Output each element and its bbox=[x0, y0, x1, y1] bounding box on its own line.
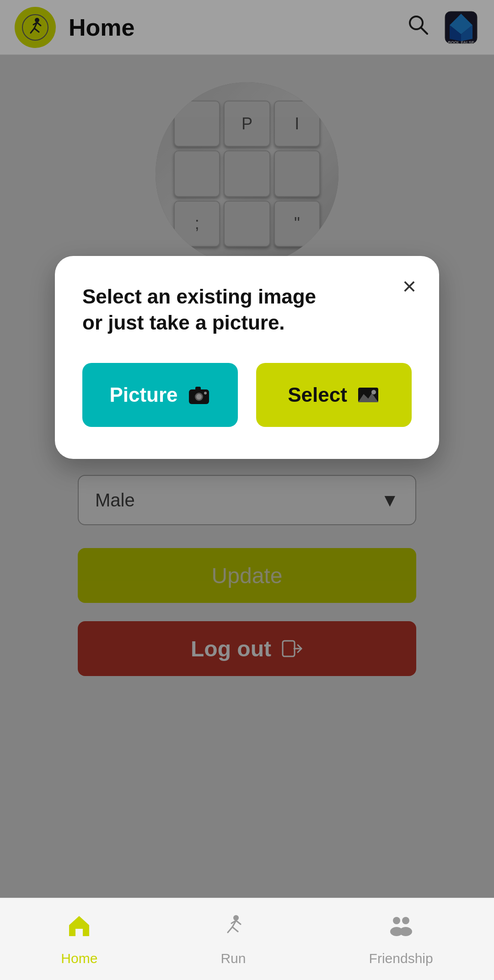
svg-line-29 bbox=[236, 921, 241, 924]
svg-line-27 bbox=[228, 927, 232, 932]
picture-button[interactable]: Picture bbox=[82, 363, 238, 427]
bottom-navigation: Home Run Friendship bbox=[0, 898, 494, 980]
nav-label-home: Home bbox=[61, 951, 97, 966]
friendship-icon bbox=[387, 912, 415, 946]
svg-rect-19 bbox=[195, 387, 201, 390]
svg-point-18 bbox=[196, 394, 202, 399]
nav-item-home[interactable]: Home bbox=[61, 912, 97, 966]
svg-point-34 bbox=[399, 927, 412, 936]
home-icon bbox=[65, 912, 93, 946]
modal-title: Select an existing image or just take a … bbox=[82, 283, 338, 336]
select-button[interactable]: Select bbox=[256, 363, 412, 427]
nav-item-friendship[interactable]: Friendship bbox=[369, 912, 433, 966]
svg-point-23 bbox=[371, 390, 376, 394]
svg-point-20 bbox=[204, 392, 207, 394]
modal-close-button[interactable]: × bbox=[403, 274, 416, 298]
gallery-icon bbox=[356, 383, 380, 407]
run-icon bbox=[220, 912, 247, 946]
svg-point-32 bbox=[402, 917, 409, 924]
nav-item-run[interactable]: Run bbox=[220, 912, 247, 966]
svg-point-25 bbox=[233, 915, 239, 921]
image-select-modal: × Select an existing image or just take … bbox=[55, 256, 439, 459]
nav-label-friendship: Friendship bbox=[369, 951, 433, 966]
svg-line-28 bbox=[232, 927, 238, 932]
svg-marker-24 bbox=[69, 916, 89, 936]
modal-overlay[interactable]: × Select an existing image or just take … bbox=[0, 0, 494, 980]
svg-point-31 bbox=[393, 917, 400, 924]
nav-label-run: Run bbox=[220, 951, 246, 966]
modal-action-buttons: Picture Select bbox=[82, 363, 412, 427]
camera-icon bbox=[187, 383, 211, 407]
